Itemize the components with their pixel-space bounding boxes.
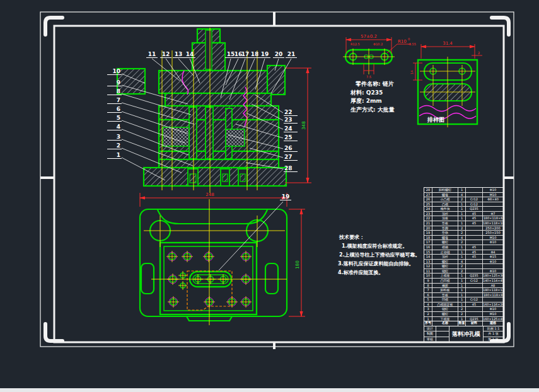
bom-header-no: 序号 bbox=[424, 321, 432, 326]
bom-cell-qty: 1 bbox=[458, 250, 465, 255]
bom-cell-name: 模柄 bbox=[432, 245, 458, 250]
bom-cell-spec bbox=[482, 264, 503, 268]
bom-cell-qty: 1 bbox=[458, 288, 465, 292]
bom-cell-no: 23 bbox=[424, 212, 432, 216]
bom-cell-qty: 2 bbox=[458, 264, 465, 268]
bom-cell-qty: 2 bbox=[458, 226, 465, 231]
pitch-dim-text: 57±0.2 bbox=[361, 34, 377, 39]
bom-cell-qty: 1 bbox=[458, 297, 465, 302]
bom-row: 18螺母4M10 bbox=[424, 235, 503, 240]
balloon-24: 24 bbox=[284, 125, 293, 132]
bom-cell-mat bbox=[465, 231, 482, 235]
bom-row: 25凸模1Cr12 bbox=[424, 202, 503, 207]
bom-cell-qty: 2 bbox=[458, 312, 465, 316]
bom-cell-mat bbox=[465, 264, 482, 268]
bom-cell-qty: 1 bbox=[458, 207, 465, 211]
radius-tol-lower: -0.55 bbox=[408, 42, 416, 46]
bom-row: 14顶杆145Φ15 bbox=[424, 254, 503, 259]
bom-cell-mat: 45 bbox=[465, 212, 482, 216]
bom-cell-mat: Q235 bbox=[465, 317, 482, 321]
bom-cell-name: 下模座 bbox=[432, 317, 458, 321]
bom-cell-name: 螺钉 bbox=[432, 312, 458, 316]
bom-cell-mat bbox=[465, 307, 482, 311]
bom-cell-qty: 1 bbox=[458, 274, 465, 278]
part-info-block: 零件名称: 链片 材料: Q235 厚度: 2mm 生产方式: 大批量 bbox=[350, 81, 395, 113]
bom-cell-no: 27 bbox=[424, 193, 432, 197]
strip-side-dim-text: 14 bbox=[410, 71, 414, 74]
bom-cell-qty: 2 bbox=[458, 197, 465, 202]
bom-cell-mat: Cr12 bbox=[465, 279, 482, 283]
plan-balloon-label: 19 bbox=[282, 193, 290, 200]
bom-cell-mat bbox=[465, 269, 482, 274]
bom-cell-name: 卸料板 bbox=[432, 288, 458, 292]
cad-drawing-canvas[interactable]: 348 bbox=[0, 0, 539, 392]
bom-row: 19垫铁2250×150 bbox=[424, 230, 503, 235]
bom-cell-no: 26 bbox=[424, 197, 432, 202]
balloon-2: 2 bbox=[117, 142, 120, 149]
balloon-27: 27 bbox=[284, 154, 293, 160]
bom-cell-spec: 180×118×8 bbox=[482, 293, 503, 297]
bom-cell-mat bbox=[465, 240, 482, 245]
bom-cell-qty: 4 bbox=[458, 260, 465, 264]
balloon-18: 18 bbox=[251, 51, 259, 57]
bom-cell-spec: 160×116×20 bbox=[482, 303, 503, 307]
bom-header-spec: 规格 bbox=[482, 321, 503, 326]
tb-value-check bbox=[436, 337, 449, 342]
bom-cell-no: 3 bbox=[424, 307, 432, 311]
plan-balloon: 19 bbox=[219, 193, 291, 270]
tb-scale: 比例 1:1 bbox=[484, 326, 503, 331]
bom-header-name: 名称 bbox=[432, 321, 458, 326]
bom-cell-spec: Φ15 bbox=[482, 255, 503, 259]
bom-cell-name: 顶杆 bbox=[432, 212, 458, 216]
bom-cell-spec: A8 bbox=[482, 284, 503, 288]
bom-cell-qty: 2 bbox=[458, 240, 465, 245]
bom-row: 21垫板145180×118×10 bbox=[424, 221, 503, 226]
bom-cell-mat bbox=[465, 226, 482, 231]
plan-height-dim: 180 bbox=[289, 209, 305, 316]
bom-cell-name: 顶杆 bbox=[432, 255, 458, 259]
bom-row: 9凸凹模1Cr12140×114×45 bbox=[424, 278, 503, 283]
drawing-title: 落料冲孔模 bbox=[449, 326, 483, 342]
radius-tol-upper: 0 bbox=[408, 37, 410, 41]
part-detail-view: 57±0.2 R10 0 -0.55 R12.5 Φ10.2 7.5 bbox=[343, 34, 416, 79]
window-bottom-strip bbox=[0, 388, 539, 392]
balloon-5: 5 bbox=[117, 115, 120, 121]
bom-row: 2螺钉2M10 bbox=[424, 311, 503, 316]
bom-cell-qty: 1 bbox=[458, 284, 465, 288]
plan-height-dim-text: 180 bbox=[295, 260, 300, 268]
plan-outline bbox=[140, 209, 287, 321]
bom-cell-spec: M10 bbox=[482, 236, 503, 240]
bom-row: 5凹模1Cr12 bbox=[424, 297, 503, 302]
balloon-15: 15 bbox=[227, 51, 235, 57]
bom-cell-mat bbox=[465, 193, 482, 197]
plan-width-dim: 248 bbox=[140, 192, 287, 207]
bom-cell-no: 14 bbox=[424, 255, 432, 259]
bom-cell-spec: Φ10 bbox=[482, 240, 503, 245]
bom-row: 7卸料板1180×118×12 bbox=[424, 287, 503, 292]
bom-cell-mat bbox=[465, 284, 482, 288]
bom-table[interactable]: 28卸料螺钉1Φ1027螺母4M1026小凸模2Cr12Φ8×4025凸模1Cr… bbox=[424, 187, 504, 321]
bom-cell-mat: 45 bbox=[465, 216, 482, 221]
section-height-dim-text: 348 bbox=[301, 121, 306, 129]
tb-value-design bbox=[436, 326, 449, 331]
bom-cell-mat: Cr12 bbox=[465, 297, 482, 302]
bom-cell-mat bbox=[465, 293, 482, 297]
bom-cell-mat: 45 bbox=[465, 303, 482, 307]
bom-row: 28卸料螺钉1Φ10 bbox=[424, 188, 503, 192]
bom-header-material: 材料 bbox=[465, 321, 482, 326]
bom-cell-no: 6 bbox=[424, 293, 432, 297]
bom-cell-no: 9 bbox=[424, 279, 432, 283]
tech-req-item-4: 4.标准件应能互换。 bbox=[338, 269, 384, 275]
bom-cell-mat: Cr12 bbox=[465, 197, 482, 202]
bom-cell-qty: 1 bbox=[458, 245, 465, 250]
balloon-10: 10 bbox=[112, 68, 120, 74]
balloon-14: 14 bbox=[186, 51, 194, 57]
title-block-signatures: 设计 制图 审核 bbox=[424, 326, 449, 342]
bom-cell-spec: Φ10 bbox=[482, 307, 503, 311]
bom-cell-mat: Q235 bbox=[465, 274, 482, 278]
bom-cell-spec: 250×200 bbox=[482, 226, 503, 231]
balloon-22: 22 bbox=[284, 109, 293, 115]
bom-cell-mat bbox=[465, 260, 482, 264]
bom-cell-mat bbox=[465, 288, 482, 292]
bom-row: 11销钉2Φ10 bbox=[424, 268, 503, 274]
